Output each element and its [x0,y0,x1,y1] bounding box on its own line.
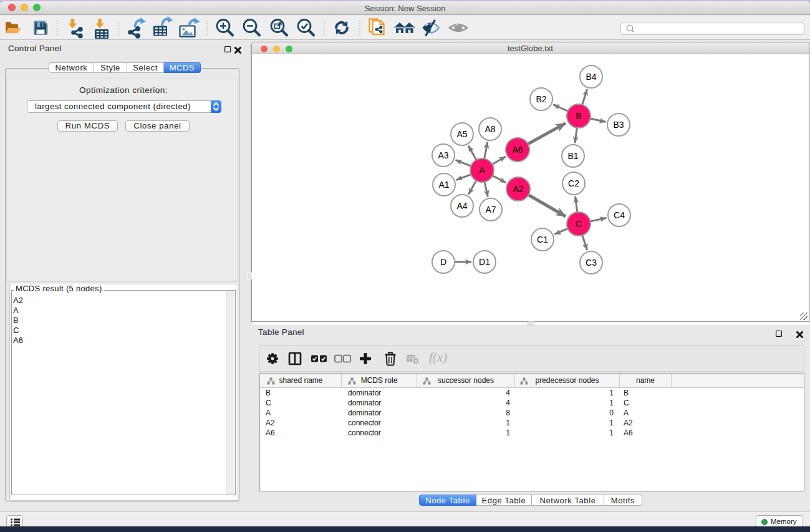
svg-text:A5: A5 [456,129,467,139]
svg-text:C2: C2 [568,178,579,188]
svg-text:D: D [440,257,446,267]
svg-text:B2: B2 [536,94,546,104]
svg-text:B1: B1 [567,151,578,161]
svg-text:A6: A6 [512,145,523,155]
svg-text:B4: B4 [586,72,596,82]
svg-text:A4: A4 [456,201,467,211]
svg-text:A8: A8 [485,124,495,134]
svg-text:A1: A1 [438,180,449,190]
svg-text:C: C [576,219,582,229]
svg-text:B: B [576,111,581,121]
svg-text:A2: A2 [513,184,523,194]
svg-text:C4: C4 [614,210,625,220]
svg-text:A3: A3 [438,150,448,160]
svg-text:C1: C1 [537,235,548,244]
svg-text:A: A [479,165,485,175]
svg-text:C3: C3 [586,258,597,268]
svg-text:B3: B3 [613,120,624,130]
svg-text:A7: A7 [485,205,496,215]
svg-text:D1: D1 [479,257,490,267]
